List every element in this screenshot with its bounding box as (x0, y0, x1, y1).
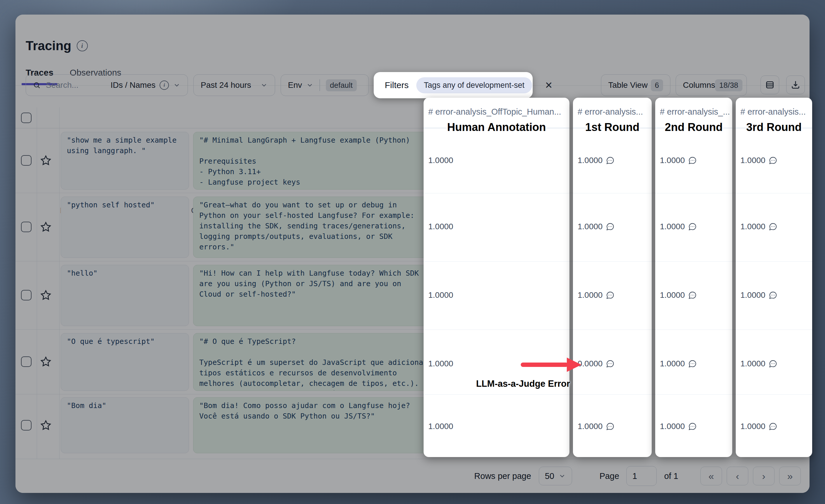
annotation-label: Human Annotation (447, 121, 546, 134)
env-dropdown[interactable]: Env default (281, 74, 369, 96)
input-cell[interactable]: "hello" (61, 265, 189, 326)
score-value: 1.0000 (740, 222, 777, 231)
score-column-header[interactable]: # error-analysis_OffTopic_Human... (428, 107, 568, 120)
score-value: 1.0000 (428, 156, 453, 165)
output-cell[interactable]: "# O que é TypeScript? TypeScript é um s… (193, 333, 431, 391)
comment-icon[interactable] (768, 156, 777, 165)
clear-filter-button[interactable]: × (540, 77, 557, 93)
info-icon[interactable]: i (77, 40, 88, 51)
input-cell[interactable]: "O que é typescript" (61, 333, 189, 391)
table-view-count-badge: 6 (651, 79, 663, 91)
export-button[interactable] (786, 76, 805, 94)
score-column-3rd-round[interactable]: # error-analysis... 3rd Round 1.0000 1.0… (736, 98, 812, 457)
annotation-label: 3rd Round (746, 121, 802, 134)
comment-icon[interactable] (688, 291, 697, 300)
score-value: 1.0000 (428, 359, 453, 368)
score-value: 1.0000 (660, 222, 697, 231)
comment-icon[interactable] (768, 422, 777, 431)
output-cell[interactable]: "Great—what do you want to set up or deb… (193, 196, 431, 258)
input-cell[interactable]: "Bom dia" (61, 397, 189, 453)
bookmark-star-icon[interactable] (40, 419, 52, 431)
rows-per-page-select[interactable]: 50 (539, 467, 572, 485)
table-view-label: Table View (608, 81, 648, 90)
score-column-header[interactable]: # error-analysis... (578, 107, 650, 120)
page-label: Page (599, 471, 619, 481)
score-value: 1.0000 (660, 290, 697, 300)
chevron-down-icon (306, 81, 314, 89)
first-page-button[interactable]: « (700, 467, 722, 485)
select-all-checkbox[interactable] (21, 112, 31, 123)
score-value: 1.0000 (660, 359, 697, 368)
score-column-header[interactable]: # error-analysis_... (660, 107, 731, 120)
comment-icon[interactable] (606, 222, 615, 231)
bookmark-star-icon[interactable] (40, 221, 52, 233)
row-checkbox[interactable] (21, 356, 31, 367)
row-checkbox[interactable] (21, 290, 31, 301)
next-page-button[interactable]: › (753, 467, 774, 485)
download-icon (791, 80, 801, 90)
score-value-error: 0.0000 (578, 359, 615, 368)
rows-icon (765, 80, 775, 90)
filters-label: Filters (385, 80, 409, 90)
comment-icon[interactable] (606, 291, 615, 300)
comment-icon[interactable] (606, 422, 615, 431)
comment-icon[interactable] (768, 291, 777, 300)
comment-icon[interactable] (606, 359, 615, 368)
comment-icon[interactable] (688, 359, 697, 368)
last-page-button[interactable]: » (779, 467, 801, 485)
score-column-1st-round[interactable]: # error-analysis... 1st Round 1.0000 1.0… (573, 98, 652, 457)
row-height-button[interactable] (760, 76, 779, 94)
row-checkbox[interactable] (21, 222, 31, 232)
table-view-button[interactable]: Table View 6 (601, 74, 670, 96)
info-icon: i (160, 81, 169, 90)
score-value: 1.0000 (428, 422, 453, 431)
rows-per-page-value: 50 (545, 471, 554, 481)
score-column-human-annotation[interactable]: # error-analysis_OffTopic_Human... Human… (424, 98, 570, 457)
row-checkbox[interactable] (21, 420, 31, 430)
annotation-label: 1st Round (585, 121, 640, 134)
input-cell[interactable]: "python self hosted" (61, 196, 189, 258)
red-arrow-icon (521, 356, 582, 373)
time-range-dropdown[interactable]: Past 24 hours (194, 74, 275, 96)
chevrons-left-icon: « (708, 471, 714, 482)
input-cell[interactable]: "show me a simple example using langgrap… (61, 132, 189, 189)
search-scope-label[interactable]: IDs / Names (110, 81, 155, 90)
output-cell[interactable]: "# Minimal LangGraph + Langfuse example … (193, 132, 431, 189)
chevron-left-icon: ‹ (736, 471, 739, 482)
score-column-header[interactable]: # error-analysis... (740, 107, 810, 120)
row-checkbox[interactable] (21, 155, 31, 166)
comment-icon[interactable] (688, 222, 697, 231)
score-value: 1.0000 (578, 222, 615, 231)
time-range-label: Past 24 hours (201, 81, 251, 90)
filter-tag-chip[interactable]: Tags any of development-set (416, 77, 532, 93)
output-cell[interactable]: "Bom dia! Como posso ajudar com o Langfu… (193, 397, 431, 453)
annotation-label: 2nd Round (665, 121, 723, 134)
score-column-2nd-round[interactable]: # error-analysis_... 2nd Round 1.0000 1.… (655, 98, 732, 457)
env-value-badge: default (326, 79, 357, 91)
chevron-down-icon (260, 81, 268, 89)
filters-button[interactable]: Filters Tags any of development-set (374, 72, 533, 98)
search-icon (33, 81, 41, 89)
bookmark-star-icon[interactable] (40, 356, 52, 367)
chevron-right-icon: › (762, 471, 765, 482)
output-cell[interactable]: "Hi! How can I help with Langfuse today?… (193, 265, 431, 326)
score-value: 1.0000 (740, 156, 777, 165)
screen: Tracing i Traces Observations Search... … (0, 0, 825, 504)
bookmark-star-icon[interactable] (40, 289, 52, 301)
search-placeholder: Search... (46, 81, 78, 90)
comment-icon[interactable] (606, 156, 615, 165)
page-title: Tracing (26, 38, 71, 53)
columns-button[interactable]: Columns 18/38 (676, 74, 747, 96)
prev-page-button[interactable]: ‹ (727, 467, 748, 485)
score-value: 1.0000 (660, 422, 697, 431)
comment-icon[interactable] (768, 359, 777, 368)
comment-icon[interactable] (688, 156, 697, 165)
search-input[interactable]: Search... IDs / Names i (26, 74, 188, 96)
chevron-down-icon (173, 81, 180, 89)
bookmark-star-icon[interactable] (40, 155, 52, 166)
env-label: Env (288, 81, 302, 90)
page-total-label: of 1 (664, 471, 678, 481)
comment-icon[interactable] (688, 422, 697, 431)
comment-icon[interactable] (768, 222, 777, 231)
page-number-input[interactable]: 1 (626, 466, 657, 486)
